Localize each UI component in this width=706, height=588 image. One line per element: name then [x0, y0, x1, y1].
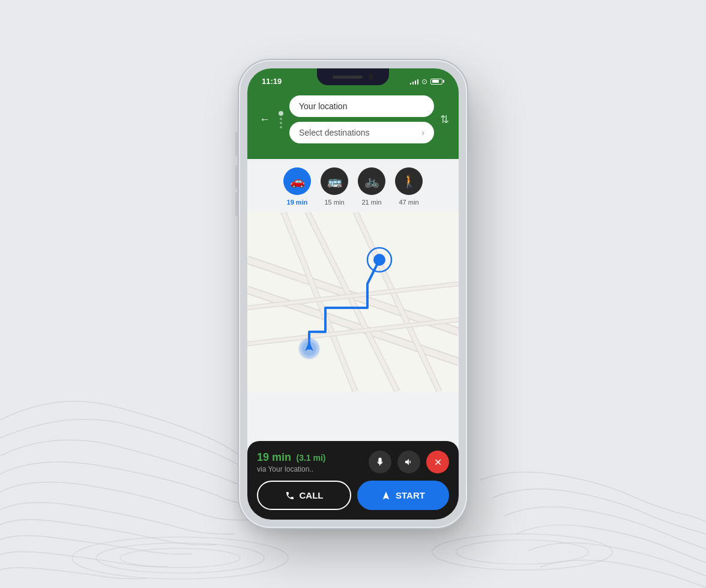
mic-button[interactable] — [369, 451, 391, 473]
transport-bike[interactable]: 🚲 21 min — [358, 167, 385, 206]
walk-time: 47 min — [399, 199, 418, 206]
phone-icon — [285, 491, 295, 500]
nav-info-text: 19 min (3.1 mi) via Your location.. — [257, 451, 369, 473]
nav-via-text: via Your location.. — [257, 465, 369, 473]
bus-icon: 🚌 — [321, 167, 348, 195]
start-button[interactable]: START — [357, 481, 449, 510]
close-button[interactable]: ✕ — [426, 451, 449, 473]
back-button[interactable]: ← — [257, 111, 273, 128]
start-label: START — [396, 490, 425, 500]
origin-dot — [279, 111, 283, 116]
route-dot-3 — [280, 126, 282, 128]
speaker-cutout — [333, 76, 363, 79]
origin-input[interactable]: Your location — [289, 95, 434, 117]
transport-bus[interactable]: 🚌 15 min — [321, 167, 348, 206]
nav-inputs: Your location Select destinations › — [289, 95, 434, 143]
svg-point-2 — [120, 548, 240, 568]
car-time: 19 min — [287, 199, 308, 206]
camera-cutout — [369, 74, 373, 79]
nav-distance: (3.1 mi) — [296, 453, 325, 463]
phone-shell: 11:19 ⊙ — [239, 60, 467, 528]
transport-car[interactable]: 🚗 19 min — [283, 167, 311, 206]
svg-point-4 — [456, 540, 588, 564]
speaker-button[interactable] — [397, 451, 420, 473]
walk-icon: 🚶 — [395, 167, 423, 195]
signal-icon — [410, 79, 419, 85]
svg-point-3 — [432, 534, 612, 570]
nav-action-row: CALL START — [257, 481, 449, 510]
nav-duration-distance: 19 min (3.1 mi) — [257, 451, 369, 464]
chevron-right-icon: › — [421, 128, 424, 137]
route-dot-2 — [280, 122, 282, 124]
origin-label: Your location — [299, 101, 347, 111]
status-bar: 11:19 ⊙ — [247, 68, 459, 91]
bus-time: 15 min — [324, 199, 344, 206]
bike-icon: 🚲 — [358, 167, 385, 195]
call-button[interactable]: CALL — [257, 481, 351, 510]
nav-header: ← Your location Select destinations › — [247, 91, 459, 159]
svg-point-0 — [72, 537, 288, 579]
mic-icon — [375, 457, 385, 467]
bike-time: 21 min — [361, 199, 381, 206]
nav-info-row: 19 min (3.1 mi) via Your location.. — [257, 451, 449, 473]
speaker-icon — [404, 457, 414, 467]
destination-label: Select destinations — [299, 128, 370, 137]
call-label: CALL — [300, 490, 324, 500]
transport-modes: 🚗 19 min 🚌 15 min 🚲 21 min 🚶 47 min — [247, 159, 459, 212]
navigate-icon — [381, 491, 391, 500]
route-dots — [279, 110, 283, 130]
car-icon: 🚗 — [283, 167, 311, 195]
transport-walk[interactable]: 🚶 47 min — [395, 167, 423, 206]
status-icons: ⊙ — [410, 77, 445, 86]
nav-bottom-panel: 19 min (3.1 mi) via Your location.. — [247, 441, 459, 520]
wifi-icon: ⊙ — [421, 77, 427, 86]
svg-point-1 — [96, 543, 264, 573]
status-time: 11:19 — [262, 77, 282, 86]
nav-controls: ✕ — [369, 451, 449, 473]
phone-screen: 11:19 ⊙ — [247, 68, 459, 520]
close-icon: ✕ — [434, 457, 442, 468]
route-dot-1 — [280, 118, 282, 120]
svg-point-25 — [373, 254, 385, 266]
notch — [317, 68, 389, 85]
destination-input[interactable]: Select destinations › — [289, 122, 434, 143]
map-area[interactable] — [247, 212, 459, 392]
battery-icon — [430, 79, 444, 85]
nav-duration: 19 min — [257, 451, 291, 463]
swap-button[interactable]: ⇅ — [440, 113, 449, 126]
